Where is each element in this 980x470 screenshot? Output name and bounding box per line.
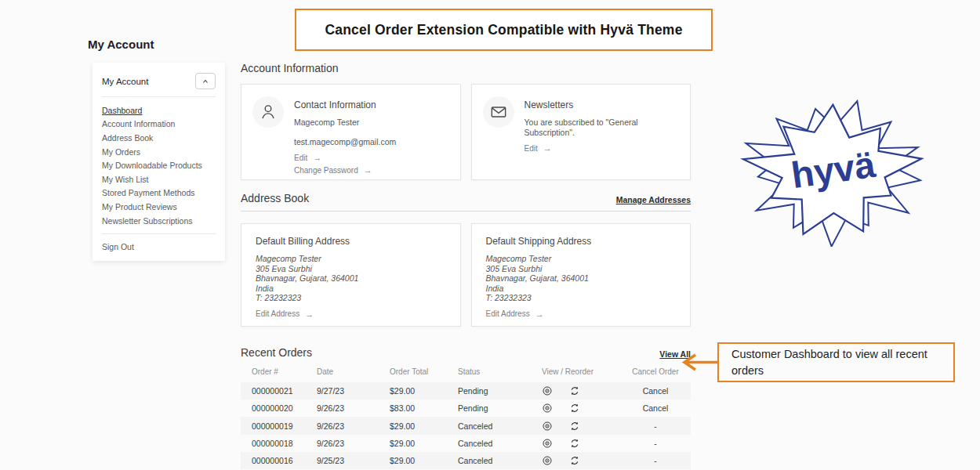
order-status-cell: Pending: [458, 382, 542, 400]
col-view-reorder: View / Reorder: [542, 365, 620, 382]
banner-title: Cancel Order Extension Compatible with H…: [325, 22, 682, 38]
sidebar-item-stored-payment-methods[interactable]: Stored Payment Methods: [102, 186, 216, 201]
edit-contact-link[interactable]: Edit →: [294, 153, 449, 162]
sidebar-item-newsletter-subscriptions[interactable]: Newsletter Subscriptions: [102, 214, 216, 228]
sidebar-item-account-information[interactable]: Account Information: [102, 118, 216, 132]
contact-information-card: Contact Information Magecomp Tester test…: [241, 84, 461, 180]
default-billing-address-card: Default Billing Address Magecomp Tester …: [241, 223, 461, 327]
order-status-cell: Canceled: [458, 417, 542, 434]
recent-orders-table: Order # Date Order Total Status View / R…: [241, 365, 691, 469]
cancel-order-empty: -: [620, 435, 691, 452]
chevron-up-icon: [201, 77, 210, 86]
edit-shipping-address-link[interactable]: Edit Address →: [486, 309, 677, 319]
reorder-icon[interactable]: [569, 403, 580, 414]
recent-orders-header: Recent Orders View All: [241, 347, 691, 359]
view-reorder-cell: [542, 435, 620, 452]
order-number-cell: 000000016: [241, 452, 317, 469]
callout-text: Customer Dashboard to view all recent or…: [731, 346, 947, 379]
right-arrow-icon: →: [535, 309, 544, 319]
account-info-cards: Contact Information Magecomp Tester test…: [241, 84, 691, 180]
cancel-order-link[interactable]: Cancel: [620, 382, 691, 400]
order-total-cell: $83.00: [390, 400, 458, 417]
sidebar-item-address-book[interactable]: Address Book: [102, 131, 216, 145]
order-number-cell: 000000018: [241, 435, 317, 452]
right-arrow-icon: →: [313, 153, 321, 162]
table-row: 0000000199/26/23$29.00Canceled-: [241, 417, 691, 434]
sidebar-item-my-orders[interactable]: My Orders: [102, 145, 216, 159]
sidebar-item-dashboard[interactable]: Dashboard: [102, 103, 216, 118]
callout-left-arrow-icon: [679, 352, 717, 372]
customer-name: Magecomp Tester: [294, 118, 449, 128]
mail-icon: [483, 96, 514, 128]
sidebar-item-my-wish-list[interactable]: My Wish List: [102, 172, 216, 186]
sidebar-item-sign-out[interactable]: Sign Out: [102, 233, 216, 251]
sidebar-item-my-product-reviews[interactable]: My Product Reviews: [102, 200, 216, 214]
reorder-icon[interactable]: [569, 385, 580, 396]
account-information-title: Account Information: [241, 63, 691, 74]
order-total-cell: $29.00: [390, 435, 458, 452]
order-status-cell: Canceled: [458, 435, 542, 452]
sidebar-header: My Account: [102, 70, 216, 97]
order-date-cell: 9/25/23: [317, 452, 390, 469]
contact-card-title: Contact Information: [294, 99, 449, 110]
view-reorder-cell: [542, 382, 620, 400]
account-sidebar: My Account DashboardAccount InformationA…: [93, 63, 225, 261]
view-reorder-cell: [542, 400, 620, 417]
shipping-address-lines: Magecomp Tester 305 Eva Surbhi Bhavnagar…: [486, 254, 677, 303]
cancel-order-empty: -: [620, 452, 691, 469]
table-header-row: Order # Date Order Total Status View / R…: [241, 365, 691, 382]
order-date-cell: 9/26/23: [317, 435, 390, 452]
order-total-cell: $29.00: [390, 382, 458, 400]
right-arrow-icon: →: [543, 143, 552, 153]
sidebar-nav-list: DashboardAccount InformationAddress Book…: [102, 103, 216, 227]
reorder-icon[interactable]: [569, 455, 580, 466]
reorder-icon[interactable]: [569, 438, 580, 449]
order-total-cell: $29.00: [390, 417, 458, 434]
order-status-cell: Pending: [458, 400, 542, 417]
customer-email: test.magecomp@gmail.com: [294, 137, 449, 147]
view-order-icon[interactable]: [542, 438, 553, 449]
change-password-link[interactable]: Change Password →: [294, 165, 449, 175]
billing-address-title: Default Billing Address: [256, 236, 446, 247]
view-reorder-cell: [542, 452, 620, 469]
address-book-title: Address Book: [241, 193, 309, 204]
order-number-cell: 000000019: [241, 417, 317, 434]
view-reorder-cell: [542, 417, 620, 434]
view-order-icon[interactable]: [542, 403, 553, 414]
col-date: Date: [317, 365, 390, 382]
shipping-address-title: Default Shipping Address: [486, 236, 677, 247]
recent-orders-title: Recent Orders: [241, 347, 312, 359]
hyva-theme-logo: hyvä: [731, 94, 935, 247]
order-number-cell: 000000021: [241, 382, 317, 400]
table-row: 0000000169/25/23$29.00Canceled-: [241, 452, 691, 469]
table-row: 0000000219/27/23$29.00PendingCancel: [241, 382, 691, 400]
user-icon: [252, 96, 284, 128]
col-order-number: Order #: [241, 365, 317, 382]
newsletter-status: You are subscribed to "General Subscript…: [524, 118, 680, 138]
order-status-cell: Canceled: [458, 452, 542, 469]
cancel-order-link[interactable]: Cancel: [620, 400, 691, 417]
col-order-total: Order Total: [390, 365, 458, 382]
default-shipping-address-card: Default Shipping Address Magecomp Tester…: [471, 223, 691, 327]
page-title: My Account: [88, 38, 154, 51]
view-order-icon[interactable]: [542, 421, 553, 432]
table-row: 0000000189/26/23$29.00Canceled-: [241, 435, 691, 452]
orders-table-body: 0000000219/27/23$29.00PendingCancel00000…: [241, 382, 691, 469]
view-order-icon[interactable]: [542, 455, 553, 466]
billing-address-lines: Magecomp Tester 305 Eva Surbhi Bhavnagar…: [256, 254, 446, 303]
address-cards: Default Billing Address Magecomp Tester …: [241, 223, 691, 327]
newsletters-card-title: Newsletters: [524, 99, 680, 110]
dashboard-callout-box: Customer Dashboard to view all recent or…: [717, 342, 955, 382]
right-arrow-icon: →: [305, 309, 314, 319]
right-arrow-icon: →: [364, 165, 372, 175]
edit-newsletter-link[interactable]: Edit →: [524, 143, 680, 153]
reorder-icon[interactable]: [569, 421, 580, 432]
manage-addresses-link[interactable]: Manage Addresses: [616, 195, 691, 204]
sidebar-item-my-downloadable-products[interactable]: My Downloadable Products: [102, 158, 216, 172]
banner-title-box: Cancel Order Extension Compatible with H…: [295, 9, 713, 51]
edit-billing-address-link[interactable]: Edit Address →: [256, 309, 446, 319]
order-date-cell: 9/26/23: [317, 417, 390, 434]
order-date-cell: 9/26/23: [317, 400, 390, 417]
view-order-icon[interactable]: [542, 385, 553, 396]
sidebar-collapse-button[interactable]: [195, 73, 216, 89]
